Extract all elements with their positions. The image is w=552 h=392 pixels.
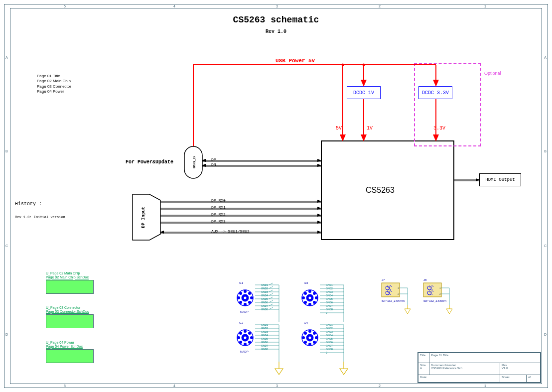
- label-3v3: 3.3V: [433, 126, 445, 131]
- optional-dashed-box: [414, 63, 481, 146]
- signal-dp-rx1: DP_RX1: [211, 205, 226, 210]
- hier-power-labels: U_Page 04 Power Page 04 Power.SchDoc: [46, 341, 83, 348]
- of-label: of: [526, 375, 540, 382]
- zone-right-c: C: [544, 244, 547, 248]
- signal-dp-rx3: DP_RX3: [211, 219, 226, 224]
- hier-connector-labels: U_Page 03 Connector Page 03 Connector.Sc…: [46, 306, 89, 313]
- signal-dp: DP: [211, 157, 216, 162]
- page-row: Page 02 Main Chip: [37, 79, 71, 84]
- hier-block-power: [46, 349, 94, 363]
- hier-block-mainchip: [46, 280, 94, 294]
- hier-label-link: Page 04 Power.SchDoc: [46, 345, 83, 349]
- label-1v: 1V: [367, 126, 373, 131]
- docnum-cell: Document Number CS5263 Reference Sch: [429, 363, 500, 375]
- hier-mainchip-labels: U_Page 02 Main Chip Page 02 Main Chip.Sc…: [46, 271, 89, 279]
- zone-bot-2: 2: [379, 384, 381, 388]
- hier-label: U_Page 02 Main Chip: [46, 271, 89, 275]
- zone-right-a: A: [544, 56, 547, 59]
- zone-right-d: D: [544, 333, 547, 336]
- page-row: Page 03 Connector: [37, 84, 71, 89]
- page-row: Page 01 Title: [37, 74, 71, 79]
- pages-list: Page 01 Title Page 02 Main Chip Page 03 …: [37, 74, 71, 95]
- hier-label: U_Page 04 Power: [46, 341, 83, 345]
- date-label: Date:: [418, 375, 500, 382]
- main-chip-label: CS5263: [366, 186, 395, 195]
- zone-top-1: 1: [484, 4, 486, 8]
- sheet-label: Sheet: [500, 375, 526, 382]
- hier-label: U_Page 03 Connector: [46, 306, 89, 310]
- size-value: A: [420, 367, 427, 370]
- page-row: Page 04 Power: [37, 89, 71, 94]
- zone-bot-1: 1: [484, 384, 486, 388]
- usb-power-5v-label: USB Power 5V: [276, 58, 315, 64]
- hdmi-output-label: HDMI Output: [485, 177, 515, 182]
- zone-right-b: B: [544, 149, 547, 153]
- zone-bot-3: 3: [276, 384, 278, 388]
- hier-label-link: Page 02 Main Chip.SchDoc: [46, 275, 89, 279]
- zone-bot-4: 4: [173, 384, 175, 388]
- hier-block-connector: [46, 314, 94, 328]
- signal-dp-rx0: DP_RX0: [211, 198, 226, 203]
- zone-top-5: 5: [64, 4, 66, 8]
- signal-dp-rx2: DP_RX2: [211, 212, 226, 217]
- hdmi-output-box: HDMI Output: [479, 173, 521, 186]
- zone-left-c: C: [5, 244, 8, 248]
- history-note: Rev 1.0: Initial version: [15, 215, 65, 219]
- docnum-value: CS5263 Reference Sch: [431, 367, 498, 370]
- signal-dn: DN: [211, 162, 216, 167]
- zone-left-a: A: [5, 56, 8, 59]
- zone-bot-5: 5: [64, 384, 66, 388]
- signal-aux: AUX -> SBU1/SBU2: [211, 229, 250, 234]
- zone-left-d: D: [5, 333, 8, 336]
- title-value: Page 01 Title: [429, 353, 541, 363]
- size-cell: Size A: [418, 363, 429, 375]
- hier-label-link: Page 03 Connector.SchDoc: [46, 310, 89, 314]
- zone-left-b: B: [5, 149, 8, 153]
- zone-top-2: 2: [379, 4, 381, 8]
- zone-top-3: 3: [276, 4, 278, 8]
- optional-label: Optional: [484, 71, 501, 76]
- rev-value: V1.0: [502, 367, 539, 370]
- schematic-title: CS5263 schematic: [0, 15, 552, 25]
- for-power-update-label: For Power&Update: [126, 159, 173, 165]
- history-heading: History :: [15, 201, 42, 207]
- zone-top-4: 4: [173, 4, 175, 8]
- dcdc-1v-label: DCDC 1V: [353, 90, 374, 96]
- label-5v: 5V: [336, 126, 342, 131]
- title-label: Title: [418, 353, 429, 363]
- schematic-rev: Rev 1.0: [0, 29, 552, 34]
- dcdc-1v-box: DCDC 1V: [347, 86, 381, 99]
- rev-cell: Rev V1.0: [500, 363, 540, 375]
- title-block: Title Page 01 Title Size A Document Numb…: [417, 352, 541, 383]
